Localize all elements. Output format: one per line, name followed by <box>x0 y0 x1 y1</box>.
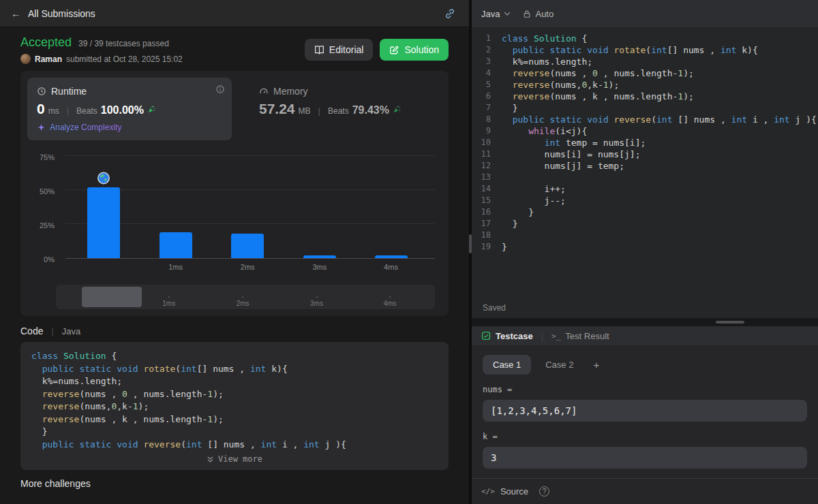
result-summary: Accepted 39 / 39 testcases passed Raman … <box>20 35 183 64</box>
editor-line[interactable]: 16 } <box>472 206 818 218</box>
autosave-indicator[interactable]: Auto <box>523 9 554 19</box>
status-line: Accepted 39 / 39 testcases passed <box>20 35 183 50</box>
source-button[interactable]: </> Source <box>481 486 528 497</box>
case-1-chip[interactable]: Case 1 <box>483 355 531 375</box>
minimap-tick <box>389 296 390 298</box>
code-line: while(i<j){ <box>502 125 587 137</box>
chart-y-tick-label: 50% <box>40 187 55 195</box>
case-2-chip[interactable]: Case 2 <box>535 355 584 375</box>
more-challenges-link[interactable]: More challenges <box>20 478 449 489</box>
chart-x-tick-label: 1ms <box>168 263 183 271</box>
double-chevron-down-icon <box>207 456 214 463</box>
code-line: reverse(nums,0,k-1); <box>31 400 438 413</box>
info-icon[interactable] <box>215 84 225 96</box>
view-more-button[interactable]: View more <box>31 451 438 467</box>
submission-content: Accepted 39 / 39 testcases passed Raman … <box>0 27 469 504</box>
editor-line[interactable]: 4 reverse(nums , 0 , nums.length-1); <box>472 67 818 79</box>
copy-link-icon[interactable] <box>442 5 458 22</box>
book-icon <box>314 45 324 55</box>
line-number: 10 <box>472 137 502 148</box>
code-line: reverse(nums , 0 , nums.length-1); <box>502 67 694 79</box>
memory-tile[interactable]: Memory 57.24 MB | Beats 79.43% <box>249 78 442 140</box>
console-divider[interactable] <box>472 318 818 326</box>
code-line: reverse(nums , k , nums.length-1); <box>502 91 694 102</box>
minimap-tick <box>316 296 317 298</box>
runtime-bar[interactable] <box>87 187 120 258</box>
editor-line[interactable]: 5 reverse(nums,0,k-1); <box>472 79 818 91</box>
code-section-title: Code <box>20 326 43 336</box>
horizontal-scrollbar[interactable] <box>716 321 744 324</box>
editor-line[interactable]: 19} <box>472 241 818 253</box>
code-preview: class Solution { public static void rota… <box>20 342 449 470</box>
help-icon[interactable]: ? <box>539 486 549 497</box>
solution-button[interactable]: Solution <box>380 39 449 61</box>
editor-line[interactable]: 7 } <box>472 102 818 114</box>
source-label: Source <box>500 486 528 497</box>
k-field-label: k = <box>483 432 807 441</box>
editor-line[interactable]: 11 nums[i] = nums[j]; <box>472 148 818 160</box>
chart-gridline <box>65 155 435 156</box>
testcase-header: Testcase | >_ Test Result <box>472 326 818 345</box>
minimap-tick-label: 3ms <box>310 300 323 307</box>
editor-line[interactable]: 1class Solution { <box>472 33 818 44</box>
editor-line[interactable]: 3 k%=nums.length; <box>472 56 818 67</box>
value-separator: | <box>67 106 69 116</box>
sparkle-icon <box>37 123 46 132</box>
code-editor[interactable]: 1class Solution {2 public static void ro… <box>472 27 818 318</box>
tab-separator: | <box>541 331 543 341</box>
editor-line[interactable]: 2 public static void rotate(int[] nums ,… <box>472 44 818 56</box>
nums-field-input[interactable]: [1,2,3,4,5,6,7] <box>483 400 807 422</box>
runtime-bar[interactable] <box>160 232 192 258</box>
editor-line[interactable]: 12 nums[j] = temp; <box>472 160 818 172</box>
check-square-icon <box>481 331 491 341</box>
chart-x-tick-label: 4ms <box>384 263 398 271</box>
memory-tile-head: Memory <box>259 86 432 97</box>
editor-line[interactable]: 15 j--; <box>472 195 818 206</box>
memory-value: 57.24 <box>259 101 295 117</box>
chart-y-tick-label: 0% <box>44 255 55 264</box>
editor-line[interactable]: 10 int temp = nums[i]; <box>472 137 818 148</box>
runtime-bar[interactable] <box>303 255 336 258</box>
editor-line[interactable]: 13 <box>472 172 818 183</box>
chart-y-tick-label: 75% <box>40 153 55 161</box>
runtime-minimap[interactable]: 1ms2ms3ms4ms <box>56 285 435 309</box>
runtime-bar[interactable] <box>231 234 264 258</box>
runtime-beats-label: Beats <box>76 106 97 116</box>
line-number: 13 <box>472 172 502 183</box>
code-line: public static void rotate(int[] nums , i… <box>31 363 438 376</box>
editor-line[interactable]: 6 reverse(nums , k , nums.length-1); <box>472 91 818 102</box>
analyze-complexity-label: Analyze Complexity <box>50 123 121 132</box>
minimap-selection-handle[interactable] <box>82 287 142 307</box>
line-number: 5 <box>472 79 502 91</box>
memory-values: 57.24 MB | Beats 79.43% <box>259 101 432 117</box>
author-name[interactable]: Raman <box>35 54 62 64</box>
add-case-button[interactable]: + <box>593 359 599 371</box>
editor-line[interactable]: 17 } <box>472 218 818 230</box>
lock-icon <box>523 10 531 18</box>
k-field-input[interactable]: 3 <box>483 447 807 469</box>
editorial-button[interactable]: Editorial <box>305 39 374 61</box>
editor-topbar: Java Auto <box>472 0 818 27</box>
runtime-tile[interactable]: Runtime 0 ms | Beats 100.00% <box>27 78 232 140</box>
editor-line[interactable]: 18 <box>472 230 818 241</box>
stats-row: Runtime 0 ms | Beats 100.00% <box>27 78 442 140</box>
runtime-distribution-chart: 0%25%50%75% 1ms2ms3ms4ms <box>27 148 442 278</box>
minimap-tick-label: 2ms <box>237 300 249 307</box>
tab-testcase[interactable]: Testcase <box>481 331 533 341</box>
editor-line[interactable]: 9 while(i<j){ <box>472 125 818 137</box>
analyze-complexity-button[interactable]: Analyze Complexity <box>37 123 222 132</box>
back-to-submissions-button[interactable]: ← All Submissions <box>11 7 95 19</box>
code-line: } <box>502 241 507 253</box>
topbar-title: All Submissions <box>28 8 95 19</box>
line-number: 1 <box>472 33 502 44</box>
minimap-tick <box>168 296 169 298</box>
code-line: nums[i] = nums[j]; <box>502 148 641 160</box>
leetcode-submission-page: ← All Submissions Accepted 39 / 39 testc… <box>0 0 818 504</box>
runtime-bar[interactable] <box>375 255 408 258</box>
runtime-beats-value: 100.00% <box>101 104 144 116</box>
tab-test-result[interactable]: >_ Test Result <box>551 331 609 341</box>
header-separator: | <box>51 326 53 336</box>
editor-line[interactable]: 14 i++; <box>472 183 818 195</box>
editor-line[interactable]: 8 public static void reverse(int [] nums… <box>472 114 818 125</box>
language-selector[interactable]: Java <box>481 9 511 19</box>
